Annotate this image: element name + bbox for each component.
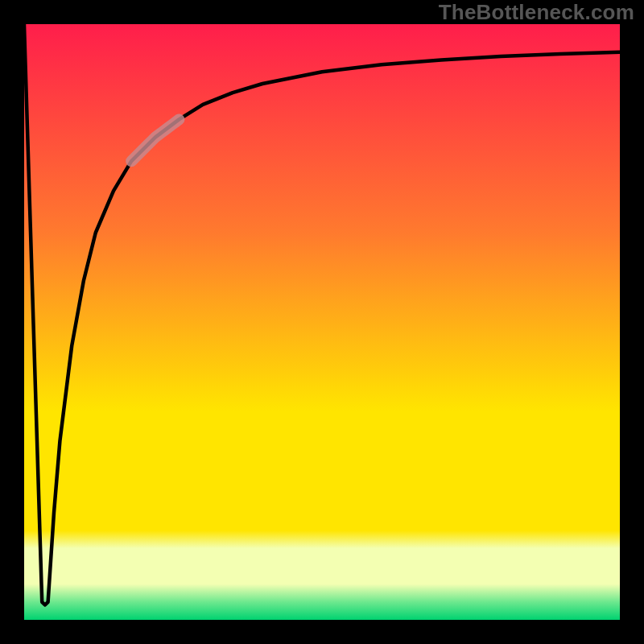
chart-stage: TheBottleneck.com — [0, 0, 644, 644]
bottleneck-chart-canvas — [0, 0, 644, 644]
watermark-text: TheBottleneck.com — [439, 0, 634, 25]
